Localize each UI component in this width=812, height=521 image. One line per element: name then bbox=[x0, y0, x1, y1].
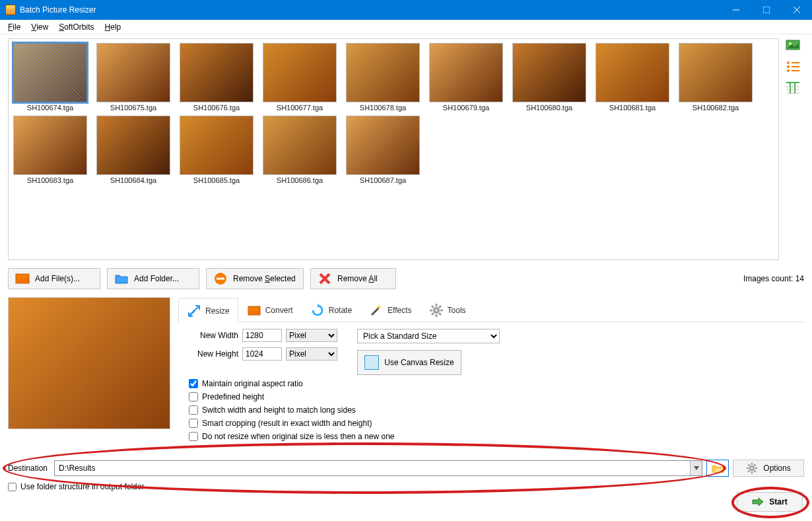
menu-view[interactable]: View bbox=[26, 21, 53, 33]
remove-all-button[interactable]: Remove All bbox=[310, 268, 396, 289]
menu-softorbits[interactable]: SoftOrbits bbox=[53, 21, 99, 33]
preview-image bbox=[8, 297, 170, 429]
tab-resize[interactable]: Resize bbox=[178, 298, 238, 323]
svg-point-7 bbox=[787, 65, 790, 68]
remove-selected-icon bbox=[213, 271, 228, 286]
remove-selected-button[interactable]: Remove Selected bbox=[206, 268, 304, 289]
menu-bar: File View SoftOrbits Help bbox=[0, 20, 812, 34]
remove-all-icon bbox=[318, 271, 332, 286]
destination-combo[interactable] bbox=[54, 460, 702, 476]
standard-size-select[interactable]: Pick a Standard Size bbox=[357, 329, 500, 343]
svg-point-5 bbox=[789, 42, 792, 45]
thumbnail-item[interactable]: SH100675.tga bbox=[94, 42, 172, 112]
svg-point-33 bbox=[435, 309, 438, 312]
tab-tools[interactable]: Tools bbox=[421, 297, 475, 322]
new-width-input[interactable] bbox=[242, 329, 282, 342]
options-button[interactable]: Options bbox=[733, 460, 804, 477]
view-details-icon[interactable] bbox=[784, 81, 801, 95]
thumbnail-image bbox=[429, 43, 503, 102]
rotate-icon bbox=[310, 303, 325, 318]
add-files-label: Add File(s)... bbox=[35, 274, 80, 283]
options-label: Options bbox=[763, 464, 790, 473]
use-canvas-resize-button[interactable]: Use Canvas Resize bbox=[357, 350, 461, 375]
thumbnail-item[interactable]: SH100682.tga bbox=[677, 42, 755, 112]
height-unit-select[interactable]: Pixel bbox=[286, 347, 337, 361]
thumbnail-image bbox=[346, 43, 420, 102]
add-folder-icon bbox=[114, 271, 129, 286]
thumbnail-image bbox=[512, 43, 586, 102]
thumbnail-item[interactable]: SH100674.tga bbox=[11, 42, 89, 112]
smart-crop-checkbox[interactable]: Smart cropping (result in exact width an… bbox=[189, 419, 794, 428]
tab-rotate[interactable]: Rotate bbox=[302, 297, 360, 322]
images-count-label: Images count: 14 bbox=[743, 274, 804, 283]
svg-line-39 bbox=[749, 464, 750, 466]
settings-tabs: Resize Convert Rotate Effects Tools bbox=[178, 297, 804, 450]
thumbnail-item[interactable]: SH100686.tga bbox=[261, 114, 339, 184]
add-folder-button[interactable]: Add Folder... bbox=[107, 268, 199, 289]
add-files-icon bbox=[15, 271, 30, 286]
window-title: Batch Picture Resizer bbox=[20, 5, 96, 15]
predefined-height-checkbox[interactable]: Predefined height bbox=[189, 392, 794, 401]
convert-icon bbox=[247, 303, 261, 318]
thumbnail-gallery[interactable]: SH100674.tgaSH100675.tgaSH100676.tgaSH10… bbox=[8, 38, 779, 260]
destination-dropdown-arrow[interactable] bbox=[690, 461, 702, 475]
thumbnail-image bbox=[263, 116, 337, 175]
view-thumbnails-icon[interactable] bbox=[784, 38, 801, 53]
thumbnail-item[interactable]: SH100678.tga bbox=[344, 42, 422, 112]
maintain-aspect-checkbox[interactable]: Maintain original aspect ratio bbox=[189, 379, 794, 388]
thumbnail-image bbox=[180, 43, 254, 102]
thumbnail-caption: SH100683.tga bbox=[27, 176, 73, 184]
resize-icon bbox=[187, 304, 201, 318]
thumbnail-item[interactable]: SH100681.tga bbox=[593, 42, 671, 112]
svg-line-40 bbox=[755, 470, 756, 471]
thumbnail-item[interactable]: SH100679.tga bbox=[427, 42, 505, 112]
thumbnail-caption: SH100687.tga bbox=[360, 176, 406, 184]
gear-icon bbox=[746, 462, 758, 474]
new-height-input[interactable] bbox=[242, 347, 282, 361]
thumbnail-item[interactable]: SH100676.tga bbox=[178, 42, 255, 112]
svg-line-32 bbox=[432, 313, 434, 315]
thumbnail-image bbox=[96, 116, 170, 175]
add-files-button[interactable]: Add File(s)... bbox=[8, 268, 100, 289]
svg-line-31 bbox=[439, 306, 441, 308]
thumbnail-item[interactable]: SH100685.tga bbox=[178, 114, 255, 184]
start-button[interactable]: Start bbox=[737, 492, 803, 512]
minimize-button[interactable] bbox=[721, 0, 751, 20]
maximize-button[interactable] bbox=[751, 0, 782, 20]
action-toolbar: Add File(s)... Add Folder... Remove Sele… bbox=[8, 265, 804, 292]
svg-point-43 bbox=[751, 467, 753, 469]
thumbnail-item[interactable]: SH100677.tga bbox=[261, 42, 339, 112]
view-list-icon[interactable] bbox=[784, 59, 801, 74]
start-label: Start bbox=[769, 497, 787, 506]
folder-structure-checkbox[interactable]: Use folder structure in output folder bbox=[8, 482, 144, 491]
main-area: SH100674.tgaSH100675.tgaSH100676.tgaSH10… bbox=[0, 34, 812, 521]
thumbnail-item[interactable]: SH100687.tga bbox=[344, 114, 422, 184]
destination-input[interactable] bbox=[55, 461, 690, 475]
svg-line-41 bbox=[755, 464, 756, 466]
close-button[interactable] bbox=[782, 0, 812, 20]
tab-effects[interactable]: Effects bbox=[360, 297, 420, 322]
remove-selected-label: Remove Selected bbox=[233, 274, 296, 283]
thumbnail-caption: SH100678.tga bbox=[360, 104, 406, 112]
thumbnail-caption: SH100675.tga bbox=[110, 104, 156, 112]
thumbnail-caption: SH100686.tga bbox=[277, 176, 323, 184]
menu-help[interactable]: Help bbox=[100, 21, 127, 33]
thumbnail-image bbox=[679, 43, 753, 102]
menu-file[interactable]: File bbox=[3, 21, 26, 33]
tab-convert[interactable]: Convert bbox=[238, 297, 302, 322]
browse-button[interactable] bbox=[706, 460, 729, 477]
thumbnail-item[interactable]: SH100680.tga bbox=[510, 42, 588, 112]
thumbnail-item[interactable]: SH100684.tga bbox=[94, 114, 172, 184]
no-resize-smaller-checkbox[interactable]: Do not resize when original size is less… bbox=[189, 432, 794, 441]
tools-icon bbox=[429, 303, 444, 318]
thumbnail-caption: SH100680.tga bbox=[526, 104, 572, 112]
thumbnail-caption: SH100685.tga bbox=[193, 176, 240, 184]
use-canvas-resize-label: Use Canvas Resize bbox=[384, 358, 454, 367]
app-icon bbox=[5, 5, 16, 15]
width-unit-select[interactable]: Pixel bbox=[286, 329, 337, 342]
switch-wh-checkbox[interactable]: Switch width and height to match long si… bbox=[189, 405, 794, 415]
thumbnail-caption: SH100681.tga bbox=[609, 104, 656, 112]
svg-line-42 bbox=[749, 470, 750, 471]
thumbnail-image bbox=[96, 43, 170, 102]
thumbnail-item[interactable]: SH100683.tga bbox=[11, 114, 89, 184]
